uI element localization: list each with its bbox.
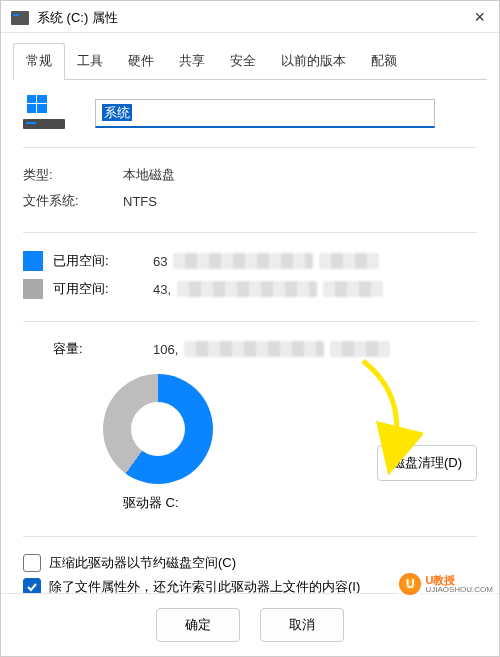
redacted-bar (173, 253, 313, 269)
cancel-button[interactable]: 取消 (260, 608, 344, 642)
tab-content: 系统 类型: 本地磁盘 文件系统: NTFS 已用空间: 63 可用空间: (1, 81, 499, 593)
free-value: 43, (153, 282, 171, 297)
fs-label: 文件系统: (23, 192, 123, 210)
used-label: 已用空间: (53, 252, 153, 270)
filesystem-row: 文件系统: NTFS (23, 188, 477, 214)
usage-pie-chart (103, 374, 213, 484)
tab-previous[interactable]: 以前的版本 (268, 43, 359, 80)
free-label: 可用空间: (53, 280, 153, 298)
watermark-brand: U教授 (425, 575, 493, 586)
compress-checkbox[interactable] (23, 554, 41, 572)
index-checkbox[interactable] (23, 578, 41, 593)
tab-sharing[interactable]: 共享 (166, 43, 218, 80)
used-space-row: 已用空间: 63 (23, 247, 477, 275)
properties-dialog: 系统 (C:) 属性 × 常规 工具 硬件 共享 安全 以前的版本 配额 系统 … (0, 0, 500, 657)
type-value: 本地磁盘 (123, 166, 477, 184)
titlebar: 系统 (C:) 属性 × (1, 1, 499, 33)
redacted-bar (319, 253, 379, 269)
capacity-value: 106, (153, 342, 178, 357)
redacted-bar (323, 281, 383, 297)
redacted-bar (184, 341, 324, 357)
redacted-bar (177, 281, 317, 297)
capacity-label: 容量: (23, 340, 153, 358)
tab-hardware[interactable]: 硬件 (115, 43, 167, 80)
window-title: 系统 (C:) 属性 (37, 9, 118, 27)
ok-button[interactable]: 确定 (156, 608, 240, 642)
watermark: U U教授 UJIAOSHOU.COM (396, 571, 496, 597)
dialog-footer: 确定 取消 (1, 593, 499, 656)
tab-security[interactable]: 安全 (217, 43, 269, 80)
close-icon[interactable]: × (470, 7, 489, 28)
watermark-url: UJIAOSHOU.COM (425, 586, 493, 594)
drive-name-input[interactable]: 系统 (95, 99, 435, 128)
type-label: 类型: (23, 166, 123, 184)
used-value: 63 (153, 254, 167, 269)
disk-cleanup-button[interactable]: 磁盘清理(D) (377, 445, 477, 481)
watermark-icon: U (399, 573, 421, 595)
tab-general[interactable]: 常规 (13, 43, 65, 80)
fs-value: NTFS (123, 194, 477, 209)
redacted-bar (330, 341, 390, 357)
drive-icon (11, 11, 29, 25)
tab-tools[interactable]: 工具 (64, 43, 116, 80)
compress-label: 压缩此驱动器以节约磁盘空间(C) (49, 554, 236, 572)
system-drive-icon (23, 97, 65, 129)
type-row: 类型: 本地磁盘 (23, 162, 477, 188)
used-color-swatch (23, 251, 43, 271)
capacity-row: 容量: 106, (23, 336, 477, 362)
index-label: 除了文件属性外，还允许索引此驱动器上文件的内容(I) (49, 578, 360, 593)
tab-quota[interactable]: 配额 (358, 43, 410, 80)
tab-strip: 常规 工具 硬件 共享 安全 以前的版本 配额 (1, 33, 499, 80)
free-color-swatch (23, 279, 43, 299)
drive-label: 驱动器 C: (123, 494, 477, 512)
free-space-row: 可用空间: 43, (23, 275, 477, 303)
